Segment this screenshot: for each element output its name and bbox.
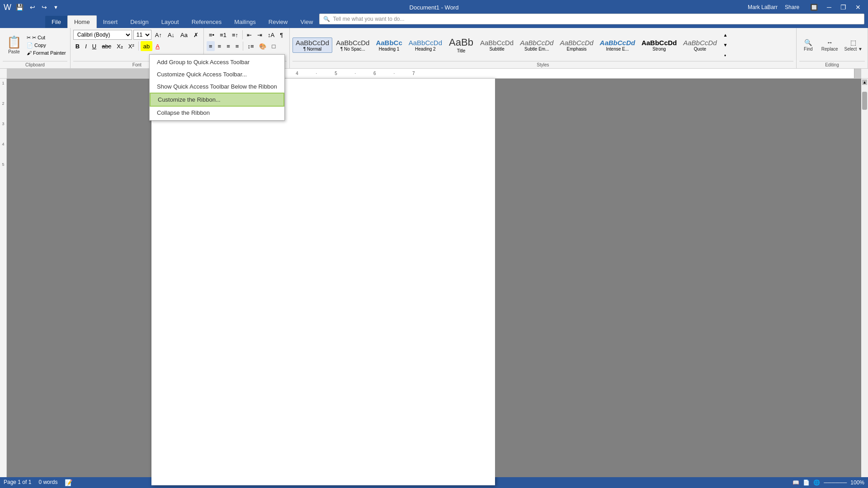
text-color-btn[interactable]: A [153,41,162,51]
tab-home[interactable]: Home [67,15,97,28]
scroll-up-btn[interactable]: ▲ [862,80,867,85]
tab-file[interactable]: File [45,16,67,28]
tab-design[interactable]: Design [124,16,155,28]
bold-btn[interactable]: B [73,41,82,51]
style-heading2[interactable]: AaBbCcDd Heading 2 [406,38,445,52]
style-title[interactable]: AaBb Title [446,36,476,54]
justify-btn[interactable]: ≡ [233,41,241,51]
right-margin [495,79,861,477]
view-print-btn[interactable]: 📄 [803,479,810,486]
sort-btn[interactable]: ↕A [265,30,277,40]
scroll-thumb[interactable] [862,92,867,110]
copy-button[interactable]: 📄 Copy [25,42,67,49]
vertical-scrollbar[interactable]: ▲ [861,79,868,477]
select-button[interactable]: ⬚ Select ▼ [842,38,865,53]
cut-button[interactable]: ✂ ✂ Cut [25,34,67,41]
view-read-btn[interactable]: 📖 [793,479,799,486]
ruler-area: · 1 · 2 · 3 · 4 · 5 · 6 · 7 [0,69,868,79]
font-grow-btn[interactable]: A↑ [153,30,164,40]
styles-group: AaBbCcDd ¶ Normal AaBbCcDd ¶ No Spac... … [290,28,797,68]
context-menu: Add Group to Quick Access Toolbar Custom… [149,54,285,121]
find-button[interactable]: 🔍 Find [799,38,817,53]
clipboard-group: 📋 Paste ✂ ✂ Cut 📄 Copy 🖌 Format Painter … [0,28,71,68]
ctx-show-below[interactable]: Show Quick Access Toolbar Below the Ribb… [150,80,284,93]
bullets-btn[interactable]: ≡• [207,30,217,40]
style-strong[interactable]: AaBbCcDd Strong [639,38,679,52]
multilevel-btn[interactable]: ≡↑ [230,30,241,40]
show-marks-btn[interactable]: ¶ [278,30,285,40]
style-normal[interactable]: AaBbCcDd ¶ Normal [292,38,332,53]
search-box[interactable]: 🔍 Tell me what you want to do... [319,14,864,24]
restore-btn[interactable]: ❐ [837,3,850,12]
format-painter-button[interactable]: 🖌 Format Painter [25,50,67,56]
tab-review[interactable]: Review [262,16,294,28]
tab-layout[interactable]: Layout [155,16,185,28]
styles-down-btn[interactable]: ▼ [721,40,729,50]
title-bar: W 💾 ↩ ↪ ▼ Document1 - Word Mark LaBarr S… [0,0,868,14]
word-icon: W [4,3,11,12]
ctx-collapse-ribbon[interactable]: Collapse the Ribbon [150,107,284,119]
style-emphasis[interactable]: AaBbCcDd Emphasis [557,38,596,52]
search-placeholder: Tell me what you want to do... [333,16,404,22]
qat-more[interactable]: ▼ [52,4,60,11]
italic-btn[interactable]: I [83,41,89,51]
style-quote[interactable]: AaBbCcDd Quote [680,38,719,52]
ribbon-display-btn[interactable]: 🔲 [807,3,821,12]
font-case-btn[interactable]: Aa [178,30,190,40]
qat-save[interactable]: 💾 [14,3,25,12]
ctx-add-group[interactable]: Add Group to Quick Access Toolbar [150,56,284,68]
style-heading1[interactable]: AaBbCc Heading 1 [373,38,405,52]
style-no-spacing[interactable]: AaBbCcDd ¶ No Spac... [333,38,372,52]
superscript-btn[interactable]: X² [126,41,137,51]
font-clear-btn[interactable]: ✗ [191,30,201,40]
left-ruler: 1 2 3 4 5 [0,79,7,477]
highlight-btn[interactable]: ab [141,41,152,51]
styles-up-btn[interactable]: ▲ [721,30,729,40]
editing-label: Editing [799,61,865,67]
font-divider [138,42,139,51]
view-web-btn[interactable]: 🌐 [813,479,820,486]
style-subtle-em[interactable]: AaBbCcDd Subtle Em... [517,38,556,52]
align-right-btn[interactable]: ≡ [224,41,232,51]
tab-references[interactable]: References [185,16,228,28]
close-btn[interactable]: ✕ [852,3,864,12]
numbering-btn[interactable]: ≡1 [217,30,229,40]
align-center-btn[interactable]: ≡ [216,41,224,51]
user-name: Mark LaBarr [748,4,778,10]
left-margin [7,79,151,477]
styles-label: Styles [292,61,793,67]
qat-undo[interactable]: ↩ [28,3,37,12]
align-left-btn[interactable]: ≡ [207,41,215,51]
style-subtitle[interactable]: AaBbCcDd Subtitle [477,38,516,52]
paste-button[interactable]: 📋 Paste [3,34,25,56]
font-size-select[interactable]: 11 [133,30,151,40]
strikethrough-btn[interactable]: abc [99,41,113,51]
shading-btn[interactable]: 🎨 [257,41,269,51]
doc-page[interactable] [151,79,495,485]
style-intense-em[interactable]: AaBbCcDd Intense E... [597,38,638,52]
replace-button[interactable]: ↔ Replace [819,38,840,53]
clipboard-label: Clipboard [3,61,67,67]
font-family-select[interactable]: Calibri (Body) [73,30,132,40]
language-icon[interactable]: 📝 [65,479,72,486]
share-button[interactable]: Share [779,2,805,12]
styles-more-btn[interactable]: ⬧ [721,50,729,60]
tab-mailings[interactable]: Mailings [228,16,262,28]
zoom-slider[interactable]: ────── [824,479,847,486]
document-title: Document1 - Word [410,4,459,11]
underline-btn[interactable]: U [90,41,99,51]
line-spacing-btn[interactable]: ↕≡ [245,41,256,51]
subscript-btn[interactable]: X₂ [114,41,125,51]
font-shrink-btn[interactable]: A↓ [165,30,177,40]
zoom-level: 100% [850,479,864,486]
increase-indent-btn[interactable]: ⇥ [255,30,264,40]
ctx-customize-ribbon[interactable]: Customize the Ribbon... [150,93,284,107]
decrease-indent-btn[interactable]: ⇤ [245,30,254,40]
tab-view[interactable]: View [294,16,319,28]
ctx-customize-qat[interactable]: Customize Quick Access Toolbar... [150,68,284,80]
tab-insert[interactable]: Insert [97,16,124,28]
borders-btn[interactable]: □ [269,41,278,51]
qat-redo[interactable]: ↪ [40,3,49,12]
editing-group: 🔍 Find ↔ Replace ⬚ Select ▼ Editing [797,28,868,68]
minimize-btn[interactable]: ─ [823,3,835,12]
